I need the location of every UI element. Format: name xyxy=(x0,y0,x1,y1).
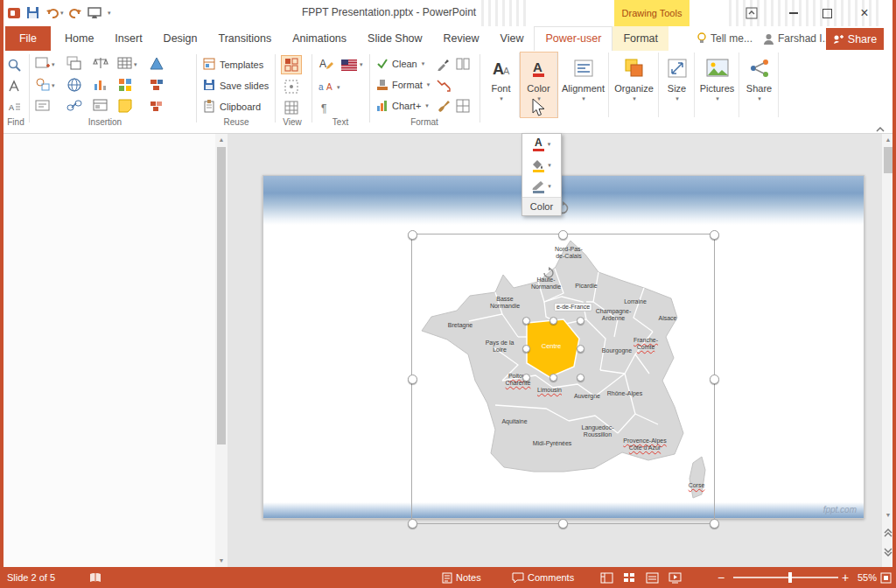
eyedropper-icon[interactable] xyxy=(436,56,452,72)
translate-icon[interactable]: aA xyxy=(318,79,334,94)
share-button[interactable]: Share xyxy=(826,28,884,50)
notes-button[interactable]: Notes xyxy=(442,567,481,588)
paragraph-icon[interactable]: ¶ xyxy=(318,100,334,116)
undo-button[interactable] xyxy=(46,6,60,23)
tab-animations[interactable]: Animations xyxy=(282,26,357,51)
zoom-level[interactable]: 55% xyxy=(858,567,877,588)
normal-view-button[interactable] xyxy=(600,567,613,588)
replace-icon[interactable]: A xyxy=(7,100,23,116)
selection-handle-e[interactable] xyxy=(710,374,719,384)
duplicate-slide-icon[interactable] xyxy=(66,56,82,72)
caret-icon[interactable]: ▾ xyxy=(134,61,137,68)
slide-sorter-view-button[interactable] xyxy=(623,567,636,588)
tab-insert[interactable]: Insert xyxy=(104,26,152,51)
thumbnail-scrollbar-thumb[interactable] xyxy=(217,147,226,444)
tab-transitions[interactable]: Transitions xyxy=(208,26,283,51)
new-slide-icon[interactable] xyxy=(35,56,51,72)
shape-handle-sw[interactable] xyxy=(522,374,530,382)
compare-scales-icon[interactable] xyxy=(93,56,108,72)
bricks-icon[interactable] xyxy=(149,77,164,93)
chart-columns-icon[interactable] xyxy=(93,77,108,93)
size-menu-button[interactable]: Size▾ xyxy=(660,52,695,117)
pictures-menu-button[interactable]: Pictures▾ xyxy=(696,52,739,117)
save-button[interactable] xyxy=(26,6,39,23)
spell-check-status-button[interactable] xyxy=(89,567,102,588)
slide-layout-icon[interactable] xyxy=(93,98,108,114)
shape-handle-s[interactable] xyxy=(550,374,557,382)
tab-review[interactable]: Review xyxy=(433,26,490,51)
shape-triangle-icon[interactable] xyxy=(149,56,164,72)
bricks-red-icon[interactable] xyxy=(149,98,164,114)
minimize-button[interactable] xyxy=(777,0,810,26)
collapse-ribbon-button[interactable] xyxy=(875,121,886,136)
templates-button[interactable]: Templates xyxy=(203,58,263,71)
clipboard-button[interactable]: Clipboard xyxy=(203,100,261,113)
selection-handle-nw[interactable] xyxy=(408,230,417,240)
close-button[interactable]: × xyxy=(844,0,886,26)
table-icon[interactable] xyxy=(117,56,133,72)
tab-format[interactable]: Format xyxy=(612,26,668,51)
font-color-menu-item[interactable]: A ▾ xyxy=(522,134,561,155)
share-menu-button[interactable]: Share▾ xyxy=(740,52,779,117)
text-box-icon[interactable] xyxy=(35,98,51,114)
reading-view-button[interactable] xyxy=(646,567,659,588)
comments-button[interactable]: Comments xyxy=(512,567,574,588)
tab-slide-show[interactable]: Slide Show xyxy=(357,26,433,51)
color-menu-button[interactable]: A Color▾ xyxy=(521,52,557,117)
fit-slide-to-window-button[interactable] xyxy=(880,567,892,588)
selection-handle-ne[interactable] xyxy=(710,230,719,240)
font-edit-icon[interactable]: A xyxy=(318,56,334,72)
maximize-button[interactable] xyxy=(810,0,844,26)
grid-view-toggle-icon[interactable] xyxy=(282,56,301,74)
caret-icon[interactable]: ▾ xyxy=(52,82,55,89)
selection-handle-sw[interactable] xyxy=(408,519,417,528)
selection-handle-se[interactable] xyxy=(710,519,719,528)
shape-handle-nw[interactable] xyxy=(522,317,530,325)
advanced-find-icon[interactable] xyxy=(7,79,23,94)
chart-plus-button[interactable]: Chart+▾ xyxy=(376,100,429,112)
shape-handle-e[interactable] xyxy=(577,345,584,353)
tab-home[interactable]: Home xyxy=(54,26,104,51)
ribbon-display-options-button[interactable] xyxy=(739,0,764,26)
keypad-view-icon[interactable] xyxy=(284,100,299,116)
organize-menu-button[interactable]: Organize▾ xyxy=(610,52,659,117)
save-slides-button[interactable]: Save slides xyxy=(203,79,269,92)
undo-caret-icon[interactable]: ▾ xyxy=(60,10,64,17)
clean-button[interactable]: Clean▾ xyxy=(376,58,424,69)
format-button[interactable]: Format▾ xyxy=(376,79,430,91)
scroll-up-icon[interactable]: ▲ xyxy=(215,136,228,143)
search-icon[interactable] xyxy=(7,58,23,74)
paint-brush-icon[interactable] xyxy=(436,98,452,114)
selection-handle-s[interactable] xyxy=(558,519,568,528)
sticky-note-icon[interactable] xyxy=(117,98,133,114)
selection-handle-w[interactable] xyxy=(408,374,417,384)
z oom-slider-thumb[interactable] xyxy=(788,572,792,583)
us-flag-icon[interactable] xyxy=(341,57,357,73)
columns-icon[interactable] xyxy=(455,56,471,72)
main-scrollbar-thumb[interactable] xyxy=(884,147,892,173)
tab-view[interactable]: View xyxy=(490,26,535,51)
shape-handle-se[interactable] xyxy=(577,374,584,382)
shapes-icon[interactable] xyxy=(35,77,51,93)
shape-handle-n[interactable] xyxy=(550,317,557,325)
guides-view-icon[interactable] xyxy=(284,79,299,94)
zoom-in-button[interactable]: + xyxy=(842,567,849,588)
account-control[interactable]: Farshad I... xyxy=(763,26,831,51)
alignment-menu-button[interactable]: Alignment▾ xyxy=(558,52,609,117)
zoom-out-button[interactable]: − xyxy=(718,567,724,588)
globe-icon[interactable] xyxy=(66,77,82,93)
font-menu-button[interactable]: AA Font▾ xyxy=(483,52,520,117)
shape-handle-ne[interactable] xyxy=(577,317,584,325)
shape-handle-w[interactable] xyxy=(522,345,530,353)
customize-qat-button[interactable]: ▾ xyxy=(108,10,111,17)
caret-icon[interactable]: ▾ xyxy=(360,61,363,68)
tell-me-control[interactable]: Tell me... xyxy=(696,26,752,51)
caret-icon[interactable]: ▾ xyxy=(337,84,340,91)
chart-decline-icon[interactable] xyxy=(436,77,452,93)
start-presentation-button[interactable] xyxy=(88,6,102,23)
slideshow-view-button[interactable] xyxy=(668,567,682,588)
tab-file[interactable]: File xyxy=(5,26,51,51)
smartart-icon[interactable] xyxy=(117,77,133,93)
grid-settings-icon[interactable] xyxy=(455,98,471,114)
outline-color-menu-item[interactable]: ▾ xyxy=(522,176,561,197)
